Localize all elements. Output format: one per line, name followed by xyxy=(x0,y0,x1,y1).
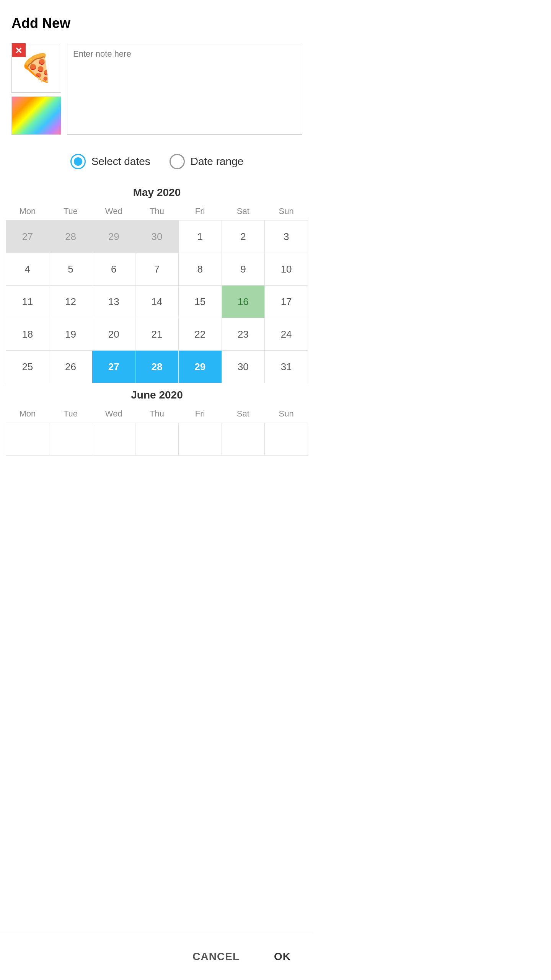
select-dates-radio[interactable] xyxy=(70,154,86,169)
may-day-5[interactable]: 5 xyxy=(49,253,92,286)
may-day-20[interactable]: 20 xyxy=(92,318,135,351)
date-mode-row: Select dates Date range xyxy=(0,146,314,181)
may-day-28[interactable]: 28 xyxy=(49,220,92,253)
may-day-21[interactable]: 21 xyxy=(135,318,179,351)
may-day-27[interactable]: 27 xyxy=(92,351,135,383)
june-day-5[interactable] xyxy=(178,423,222,456)
may-week-5: 25262728293031 xyxy=(6,351,308,383)
color-picker[interactable] xyxy=(11,96,61,135)
june-title: June 2020 xyxy=(6,383,308,405)
weekday-sat: Sat xyxy=(222,203,265,220)
may-day-6[interactable]: 6 xyxy=(92,253,135,286)
top-section: 🍕 xyxy=(0,43,314,146)
may-calendar-grid: Mon Tue Wed Thu Fri Sat Sun 272829301234… xyxy=(6,203,308,383)
may-day-4[interactable]: 4 xyxy=(6,253,49,286)
may-day-14[interactable]: 14 xyxy=(135,286,179,318)
may-day-19[interactable]: 19 xyxy=(49,318,92,351)
may-day-7[interactable]: 7 xyxy=(135,253,179,286)
june-weekday-fri: Fri xyxy=(178,405,222,423)
june-weekday-sun: Sun xyxy=(265,405,308,423)
june-day-3[interactable] xyxy=(92,423,135,456)
weekday-thu: Thu xyxy=(135,203,179,220)
may-week-3: 11121314151617 xyxy=(6,286,308,318)
may-day-26[interactable]: 26 xyxy=(49,351,92,383)
may-day-10[interactable]: 10 xyxy=(265,253,308,286)
june-day-7[interactable] xyxy=(265,423,308,456)
close-icon[interactable] xyxy=(12,43,26,57)
may-weekday-row: Mon Tue Wed Thu Fri Sat Sun xyxy=(6,203,308,220)
date-range-radio[interactable] xyxy=(170,154,185,169)
may-day-9[interactable]: 9 xyxy=(222,253,265,286)
may-day-8[interactable]: 8 xyxy=(178,253,222,286)
june-weekday-row: Mon Tue Wed Thu Fri Sat Sun xyxy=(6,405,308,423)
date-range-option[interactable]: Date range xyxy=(170,154,244,169)
weekday-mon: Mon xyxy=(6,203,49,220)
june-calendar-grid: Mon Tue Wed Thu Fri Sat Sun xyxy=(6,405,308,456)
select-dates-label: Select dates xyxy=(91,155,150,168)
may-day-23[interactable]: 23 xyxy=(222,318,265,351)
may-week-4: 18192021222324 xyxy=(6,318,308,351)
june-day-6[interactable] xyxy=(222,423,265,456)
june-weekday-mon: Mon xyxy=(6,405,49,423)
may-day-3[interactable]: 3 xyxy=(265,220,308,253)
june-week-1 xyxy=(6,423,308,456)
emoji-picker[interactable]: 🍕 xyxy=(11,43,61,93)
may-day-1[interactable]: 1 xyxy=(178,220,222,253)
emoji-display: 🍕 xyxy=(20,54,53,81)
weekday-tue: Tue xyxy=(49,203,92,220)
may-day-31[interactable]: 31 xyxy=(265,351,308,383)
may-day-24[interactable]: 24 xyxy=(265,318,308,351)
may-day-30[interactable]: 30 xyxy=(135,220,179,253)
weekday-sun: Sun xyxy=(265,203,308,220)
may-day-13[interactable]: 13 xyxy=(92,286,135,318)
june-weekday-wed: Wed xyxy=(92,405,135,423)
may-day-29[interactable]: 29 xyxy=(92,220,135,253)
june-day-4[interactable] xyxy=(135,423,179,456)
may-day-27[interactable]: 27 xyxy=(6,220,49,253)
may-title: May 2020 xyxy=(6,181,308,203)
page-title: Add New xyxy=(0,0,314,43)
select-dates-option[interactable]: Select dates xyxy=(70,154,150,169)
may-day-18[interactable]: 18 xyxy=(6,318,49,351)
may-day-11[interactable]: 11 xyxy=(6,286,49,318)
may-day-15[interactable]: 15 xyxy=(178,286,222,318)
june-day-1[interactable] xyxy=(6,423,49,456)
weekday-fri: Fri xyxy=(178,203,222,220)
june-weekday-sat: Sat xyxy=(222,405,265,423)
may-day-17[interactable]: 17 xyxy=(265,286,308,318)
may-day-16[interactable]: 16 xyxy=(222,286,265,318)
may-day-25[interactable]: 25 xyxy=(6,351,49,383)
left-controls: 🍕 xyxy=(11,43,61,135)
may-week-2: 45678910 xyxy=(6,253,308,286)
june-day-2[interactable] xyxy=(49,423,92,456)
june-weekday-thu: Thu xyxy=(135,405,179,423)
june-weekday-tue: Tue xyxy=(49,405,92,423)
may-day-30[interactable]: 30 xyxy=(222,351,265,383)
may-day-22[interactable]: 22 xyxy=(178,318,222,351)
may-day-12[interactable]: 12 xyxy=(49,286,92,318)
weekday-wed: Wed xyxy=(92,203,135,220)
may-week-1: 27282930123 xyxy=(6,220,308,253)
date-range-label: Date range xyxy=(191,155,244,168)
note-input[interactable] xyxy=(67,43,302,135)
may-day-29[interactable]: 29 xyxy=(178,351,222,383)
may-day-2[interactable]: 2 xyxy=(222,220,265,253)
may-day-28[interactable]: 28 xyxy=(135,351,179,383)
may-calendar: May 2020 Mon Tue Wed Thu Fri Sat Sun 272… xyxy=(0,181,314,383)
june-calendar: June 2020 Mon Tue Wed Thu Fri Sat Sun xyxy=(0,383,314,456)
